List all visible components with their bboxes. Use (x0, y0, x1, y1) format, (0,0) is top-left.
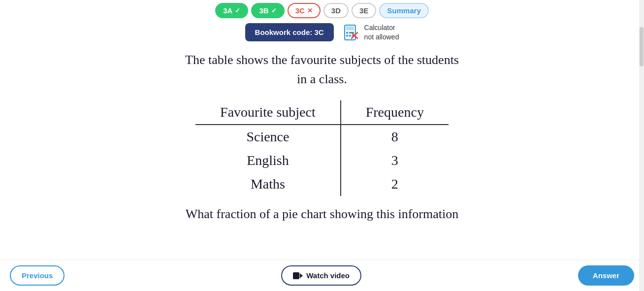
svg-rect-3 (349, 32, 351, 33)
tab-3A-label: 3A (223, 6, 232, 15)
tab-3A-check: ✓ (235, 7, 240, 14)
tab-3D-label: 3D (331, 6, 341, 15)
tab-summary-label: Summary (387, 6, 420, 15)
table-row: Science 8 (195, 125, 449, 149)
bookwork-badge: Bookwork code: 3C (245, 23, 334, 41)
freq-science: 8 (341, 125, 449, 149)
tab-3B-check: ✓ (271, 7, 277, 14)
bottom-question-text: What fraction of a pie chart showing thi… (186, 207, 459, 221)
question-line2: in a class. (0, 69, 644, 89)
question-line1: The table shows the favourite subjects o… (0, 50, 644, 69)
question-text: The table shows the favourite subjects o… (0, 50, 644, 89)
table-row: English 3 (195, 149, 449, 172)
tab-3B[interactable]: 3B ✓ (251, 3, 284, 18)
tab-3D[interactable]: 3D (323, 3, 349, 18)
tab-3C[interactable]: 3C ✕ (288, 3, 321, 18)
bottom-question: What fraction of a pie chart showing thi… (0, 207, 644, 222)
svg-rect-6 (349, 35, 351, 36)
subject-maths: Maths (195, 172, 341, 196)
svg-rect-5 (346, 35, 348, 36)
freq-maths: 2 (341, 172, 449, 196)
table-wrapper: Favourite subject Frequency Science 8 En… (0, 100, 644, 196)
tab-3C-x: ✕ (307, 7, 313, 14)
calculator-box: Calculator not allowed (343, 23, 399, 41)
bottom-bar: Previous Watch video Answer (0, 259, 644, 291)
table-row: Maths 2 (195, 172, 449, 196)
answer-button[interactable]: Answer (578, 265, 634, 286)
scrollbar-thumb[interactable] (640, 27, 644, 66)
col1-header: Favourite subject (195, 100, 341, 125)
svg-rect-10 (293, 272, 299, 279)
svg-rect-2 (346, 32, 348, 33)
scrollbar[interactable] (639, 0, 644, 291)
freq-english: 3 (341, 149, 449, 172)
tab-3A[interactable]: 3A ✓ (215, 3, 248, 18)
svg-marker-11 (300, 273, 303, 278)
watch-video-button[interactable]: Watch video (281, 265, 361, 286)
tab-3C-label: 3C (295, 6, 305, 15)
subject-science: Science (195, 125, 341, 149)
tab-summary[interactable]: Summary (379, 3, 428, 18)
data-table: Favourite subject Frequency Science 8 En… (195, 100, 449, 196)
bookwork-label: Bookwork code: 3C (255, 28, 324, 36)
video-icon (293, 272, 303, 279)
tab-3B-label: 3B (259, 6, 268, 15)
calculator-icon (343, 24, 360, 41)
calculator-label2: not allowed (364, 32, 399, 41)
tab-3E-label: 3E (359, 6, 368, 15)
previous-button[interactable]: Previous (10, 265, 64, 286)
svg-rect-1 (346, 27, 354, 30)
subject-english: English (195, 149, 341, 172)
calculator-text: Calculator not allowed (364, 23, 399, 41)
tab-3E[interactable]: 3E (352, 3, 376, 18)
calculator-label1: Calculator (364, 23, 399, 32)
col2-header: Frequency (341, 100, 449, 125)
info-row: Bookwork code: 3C Calculator not allowed (0, 23, 644, 41)
tabs-bar: 3A ✓ 3B ✓ 3C ✕ 3D 3E Summary (0, 0, 644, 23)
